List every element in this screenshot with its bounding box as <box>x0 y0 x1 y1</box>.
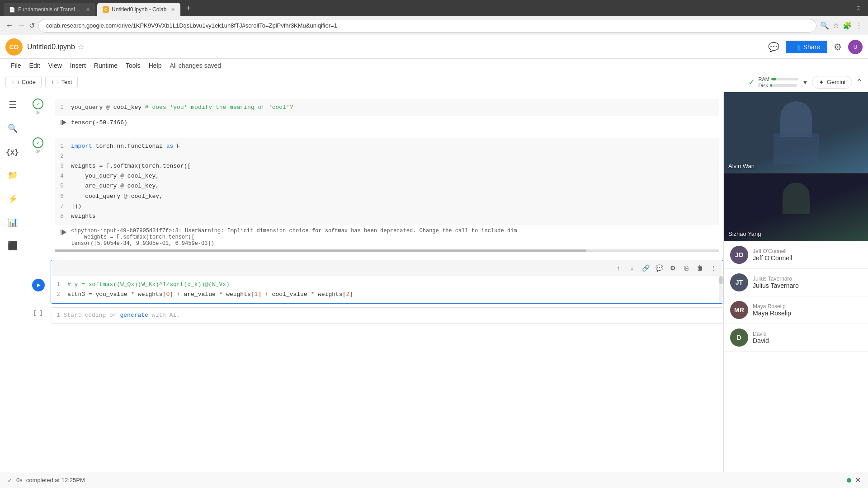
participant-david: D David David <box>724 324 868 352</box>
tab-inactive[interactable]: 📄 Fundamentals of Transforme... ✕ <box>4 3 95 16</box>
back-button[interactable]: ← <box>5 21 14 30</box>
cell-49-code: 1 import torch.nn.functional as F 2 3 we… <box>55 138 719 225</box>
title-text[interactable]: Untitled0.ipynb <box>27 43 75 51</box>
more-options-button[interactable]: ⋮ <box>708 262 719 274</box>
svg-marker-2 <box>62 230 66 235</box>
menu-item-view[interactable]: View <box>45 61 66 70</box>
menu-item-help[interactable]: Help <box>145 61 165 70</box>
participant-julius-avatar: JT <box>730 273 748 291</box>
comments-icon[interactable]: 💬 <box>768 42 779 52</box>
sidebar-icon-menu[interactable]: ☰ <box>5 97 21 113</box>
participant-maya: MR Maya Roselip Maya Roselip <box>724 296 868 324</box>
move-up-button[interactable]: ↑ <box>613 262 624 274</box>
cell-scroll-bar[interactable] <box>719 276 723 303</box>
move-down-button[interactable]: ↓ <box>626 262 638 274</box>
active-cell-code[interactable]: 1 # y = softmax((W_Qx)(W_Kx)^T/sqrt(d_k)… <box>51 276 719 303</box>
active-cell-run-button[interactable]: ▶ <box>32 279 45 291</box>
gemini-icon: ✦ <box>819 79 824 86</box>
forward-button[interactable]: → <box>17 21 25 30</box>
menu-item-edit[interactable]: Edit <box>26 61 44 70</box>
browser-menu-icon[interactable]: ⋮ <box>855 21 863 30</box>
collapse-button[interactable]: ⌃ <box>856 77 863 87</box>
tab-label-2: Untitled0.ipynb - Colab <box>112 6 166 13</box>
copy-cell-button[interactable]: ⎘ <box>680 262 692 274</box>
menu-item-tools[interactable]: Tools <box>122 61 144 70</box>
active-cell-gutter: ▶ <box>26 276 51 291</box>
cell-settings-button[interactable]: ⚙ <box>667 262 679 274</box>
app-header: CO Untitled0.ipynb ☆ 💬 👥 Share ⚙ U <box>0 35 868 59</box>
sidebar-icon-variables[interactable]: {x} <box>5 144 21 160</box>
ram-disk-container: RAM Disk <box>759 76 798 88</box>
empty-cell-gutter: [ ] <box>25 307 51 316</box>
participant-jeff-name2: Jeff O'Connell <box>753 254 792 262</box>
cell-49-run-indicator: ✓ <box>33 137 43 148</box>
participant-julius: JT Julius Tavernaro Julius Tavernaro <box>724 269 868 296</box>
browser-extension-icon[interactable]: 🧩 <box>843 21 852 30</box>
comment-button[interactable]: 💬 <box>653 262 665 274</box>
output-arrow-icon <box>60 119 67 126</box>
add-code-button[interactable]: + + Code <box>5 76 42 88</box>
status-check-icon: ✓ <box>7 477 13 484</box>
participant-david-name1: David <box>753 331 769 337</box>
menu-item-runtime[interactable]: Runtime <box>90 61 121 70</box>
participant-julius-name2: Julius Tavernaro <box>753 282 799 289</box>
status-close-button[interactable]: ✕ <box>855 476 861 484</box>
tab-favicon-1: 📄 <box>9 7 15 13</box>
star-icon[interactable]: ☆ <box>78 42 84 51</box>
cell-49-content[interactable]: 1 import torch.nn.functional as F 2 3 we… <box>51 135 723 257</box>
check-icon: ✓ <box>748 77 755 87</box>
add-text-button[interactable]: + + Text <box>45 76 78 88</box>
user-avatar[interactable]: U <box>848 40 863 54</box>
app-container: CO Untitled0.ipynb ☆ 💬 👥 Share ⚙ U File … <box>0 35 868 488</box>
line-num-1: 1 <box>60 103 66 113</box>
tab-close-2[interactable]: ✕ <box>171 7 175 13</box>
participant-maya-avatar: MR <box>730 301 748 319</box>
participant-jeff: JO Jeff O'Connell Jeff O'Connell <box>724 241 868 269</box>
sidebar-icon-terminal[interactable]: ⬛ <box>5 238 21 254</box>
empty-cell-content[interactable]: 1 Start coding or generate with AI. <box>51 307 723 324</box>
participant-maya-name2: Maya Roselip <box>753 310 791 317</box>
sidebar-icon-runtime[interactable]: ⚡ <box>5 191 21 207</box>
menu-item-insert[interactable]: Insert <box>66 61 90 70</box>
sidebar-icon-files[interactable]: 📁 <box>5 167 21 183</box>
generate-link[interactable]: generate <box>120 312 148 319</box>
refresh-button[interactable]: ↺ <box>29 21 35 30</box>
status-completed-text: completed at 12:25PM <box>26 477 85 483</box>
gemini-button[interactable]: ✦ Gemini <box>812 76 852 89</box>
status-time: 0s <box>16 477 23 483</box>
menu-bar: File Edit View Insert Runtime Tools Help… <box>0 59 868 72</box>
notebook-area: ✓ 0s 1 you_query @ cool_key # does 'you'… <box>25 92 723 472</box>
participant-maya-name1: Maya Roselip <box>753 303 791 310</box>
dropdown-arrow-icon[interactable]: ▼ <box>802 79 808 86</box>
url-bar[interactable]: colab.research.google.com/drive/1KPK9V9V… <box>38 19 816 33</box>
add-code-icon: + <box>11 79 15 85</box>
scroll-indicator[interactable] <box>55 249 719 252</box>
empty-cell-text: 1 Start coding or <box>57 312 120 319</box>
cell-46-content[interactable]: 1 you_query @ cool_key # does 'you' modi… <box>51 96 723 131</box>
browser-chrome: 📄 Fundamentals of Transforme... ✕ C Unti… <box>0 0 868 16</box>
delete-cell-button[interactable]: 🗑 <box>694 262 706 274</box>
participant-julius-name1: Julius Tavernaro <box>753 276 799 282</box>
browser-search-icon[interactable]: 🔍 <box>820 21 829 30</box>
tab-close-1[interactable]: ✕ <box>86 7 90 13</box>
new-tab-button[interactable]: + <box>182 4 194 13</box>
sidebar-icon-search[interactable]: 🔍 <box>5 120 21 136</box>
menu-item-file[interactable]: File <box>7 61 25 70</box>
disk-label: Disk <box>759 83 768 88</box>
colab-logo: CO <box>5 38 23 56</box>
disk-bar <box>770 84 797 87</box>
add-text-icon: + <box>51 79 55 85</box>
participant-alvin-video: Alvin Wan <box>724 92 868 174</box>
sidebar-icon-table[interactable]: 📊 <box>5 214 21 230</box>
tab-favicon-2: C <box>103 6 109 13</box>
participants-list: JO Jeff O'Connell Jeff O'Connell JT Juli… <box>724 241 868 472</box>
browser-bookmark-icon[interactable]: ☆ <box>833 21 839 30</box>
window-controls: ⊡ <box>856 5 861 11</box>
settings-icon[interactable]: ⚙ <box>834 42 842 52</box>
people-icon: 👥 <box>793 43 801 51</box>
ram-label: RAM <box>759 76 769 82</box>
tab-active[interactable]: C Untitled0.ipynb - Colab ✕ <box>97 3 180 16</box>
participant-alvin-label: Alvin Wan <box>728 163 755 169</box>
share-button[interactable]: 👥 Share <box>786 41 827 53</box>
link-button[interactable]: 🔗 <box>640 262 651 274</box>
